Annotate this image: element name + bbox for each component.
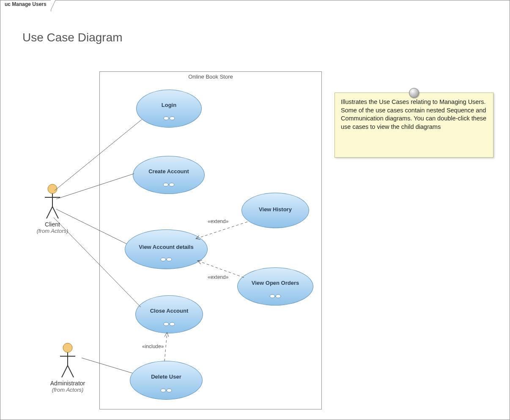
frame-tab: uc Manage Users bbox=[0, 0, 51, 11]
actor-client-from: (from Actors) bbox=[31, 228, 74, 234]
child-diagram-icon bbox=[163, 322, 175, 326]
actor-administrator[interactable]: Administrator (from Actors) bbox=[47, 343, 89, 393]
usecase-view-history-label: View History bbox=[242, 206, 309, 213]
svg-point-5 bbox=[63, 343, 72, 352]
usecase-create-account-label: Create Account bbox=[133, 168, 204, 175]
svg-point-0 bbox=[48, 184, 57, 194]
include-label-1: «include» bbox=[142, 344, 164, 349]
svg-point-13 bbox=[163, 183, 168, 186]
extend-label-2: «extend» bbox=[208, 274, 228, 280]
child-diagram-icon bbox=[269, 294, 282, 298]
frame-tab-label: uc Manage Users bbox=[5, 1, 47, 7]
diagram-title: Use Case Diagram bbox=[22, 31, 123, 44]
svg-line-4 bbox=[52, 207, 58, 218]
svg-point-26 bbox=[276, 295, 281, 298]
actor-client-name: Client bbox=[31, 221, 74, 228]
diagram-frame: uc Manage Users Use Case Diagram Online … bbox=[0, 0, 510, 420]
usecase-login[interactable]: Login bbox=[136, 90, 202, 128]
usecase-view-open-orders-label: View Open Orders bbox=[238, 280, 313, 286]
system-boundary-label: Online Book Store bbox=[100, 74, 321, 80]
svg-point-20 bbox=[170, 322, 175, 326]
usecase-delete-user-label: Delete User bbox=[130, 374, 202, 380]
svg-point-25 bbox=[270, 295, 275, 298]
usecase-delete-user[interactable]: Delete User bbox=[130, 361, 203, 400]
pushpin-icon bbox=[409, 88, 419, 98]
usecase-view-account-details-label: View Account details bbox=[125, 244, 207, 250]
actor-icon bbox=[59, 343, 76, 379]
actor-admin-name: Administrator bbox=[47, 380, 89, 387]
svg-point-22 bbox=[161, 389, 166, 392]
actor-client[interactable]: Client (from Actors) bbox=[31, 184, 74, 234]
actor-admin-from: (from Actors) bbox=[47, 387, 89, 393]
usecase-login-label: Login bbox=[137, 102, 201, 108]
usecase-create-account[interactable]: Create Account bbox=[133, 156, 205, 194]
svg-point-16 bbox=[161, 258, 166, 261]
svg-line-8 bbox=[62, 365, 68, 377]
svg-point-17 bbox=[167, 258, 172, 261]
svg-point-14 bbox=[169, 183, 174, 186]
extend-label-1: «extend» bbox=[208, 218, 228, 224]
child-diagram-icon bbox=[162, 183, 175, 187]
svg-line-9 bbox=[68, 365, 74, 377]
child-diagram-icon bbox=[160, 257, 173, 262]
usecase-view-open-orders[interactable]: View Open Orders bbox=[237, 267, 313, 305]
usecase-view-history[interactable]: View History bbox=[241, 193, 309, 228]
usecase-close-account[interactable]: Close Account bbox=[135, 295, 203, 333]
svg-point-23 bbox=[167, 389, 172, 392]
svg-point-11 bbox=[170, 117, 175, 120]
diagram-note-text: Illustrates the Use Cases relating to Ma… bbox=[341, 98, 486, 130]
svg-line-3 bbox=[47, 207, 52, 218]
child-diagram-icon bbox=[163, 116, 175, 120]
svg-point-10 bbox=[164, 117, 169, 120]
actor-icon bbox=[44, 184, 61, 220]
diagram-note: Illustrates the Use Cases relating to Ma… bbox=[335, 93, 494, 158]
child-diagram-icon bbox=[160, 388, 173, 393]
usecase-close-account-label: Close Account bbox=[136, 308, 203, 314]
usecase-view-account-details[interactable]: View Account details bbox=[125, 229, 208, 269]
svg-point-19 bbox=[164, 322, 169, 326]
